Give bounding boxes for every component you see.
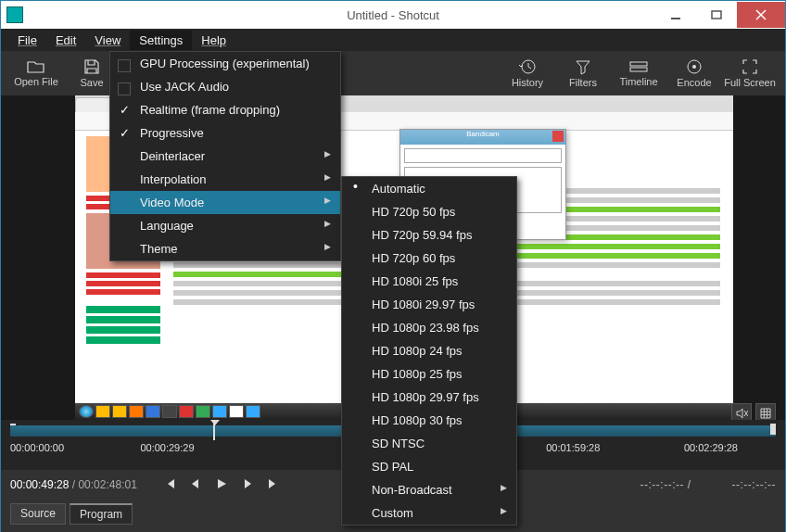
timeline-icon bbox=[629, 59, 648, 74]
menu-vm-item[interactable]: HD 1080p 25 fps bbox=[342, 362, 516, 386]
time-marker: 00:02:29:28 bbox=[684, 442, 738, 453]
filters-button[interactable]: Filters bbox=[557, 58, 609, 88]
encode-icon bbox=[686, 58, 703, 75]
titlebar: Untitled - Shotcut bbox=[1, 1, 785, 29]
tab-source[interactable]: Source bbox=[10, 503, 66, 525]
menu-vm-item[interactable]: HD 1080p 30 fps bbox=[342, 409, 516, 432]
skip-end-button[interactable] bbox=[267, 477, 280, 493]
minimize-button[interactable] bbox=[655, 2, 696, 28]
svg-rect-5 bbox=[630, 62, 647, 66]
play-icon bbox=[215, 477, 228, 490]
fullscreen-button[interactable]: Full Screen bbox=[724, 58, 776, 88]
menu-vm-item[interactable]: HD 720p 59.94 fps bbox=[342, 223, 516, 247]
grid-icon bbox=[759, 407, 772, 420]
menu-file[interactable]: File bbox=[8, 31, 46, 50]
save-icon bbox=[83, 58, 100, 75]
next-frame-button[interactable] bbox=[241, 477, 254, 493]
menu-language[interactable]: Language bbox=[110, 214, 340, 237]
time-display: 00:00:49:28 / 00:02:48:01 bbox=[10, 478, 137, 491]
play-button[interactable] bbox=[215, 477, 228, 493]
svg-rect-1 bbox=[712, 11, 721, 19]
menu-theme[interactable]: Theme bbox=[110, 237, 340, 260]
menu-vm-item[interactable]: HD 1080p 29.97 fps bbox=[342, 386, 516, 409]
step-forward-icon bbox=[241, 477, 254, 490]
maximize-button[interactable] bbox=[696, 2, 737, 28]
skip-end-icon bbox=[267, 477, 280, 490]
app-window: Untitled - Shotcut File Edit View Settin… bbox=[0, 0, 786, 532]
close-button[interactable] bbox=[737, 2, 785, 28]
menu-gpu-processing[interactable]: GPU Processing (experimental) bbox=[110, 52, 340, 75]
menu-vm-item[interactable]: SD PAL bbox=[342, 455, 516, 478]
menu-vm-item[interactable]: HD 720p 50 fps bbox=[342, 200, 516, 223]
menu-help[interactable]: Help bbox=[192, 31, 235, 50]
prev-frame-button[interactable] bbox=[189, 477, 202, 493]
out-point-icon[interactable] bbox=[770, 424, 776, 435]
menu-vm-item[interactable]: SD NTSC bbox=[342, 432, 516, 455]
step-back-icon bbox=[189, 477, 202, 490]
skip-start-button[interactable] bbox=[163, 477, 176, 493]
menu-edit[interactable]: Edit bbox=[46, 31, 85, 50]
time-marker: 00:00:29:29 bbox=[140, 442, 194, 453]
menu-vm-item[interactable]: HD 1080p 23.98 fps bbox=[342, 316, 516, 339]
menu-video-mode[interactable]: Video Mode bbox=[110, 191, 340, 214]
timeline-button[interactable]: Timeline bbox=[613, 59, 665, 87]
svg-rect-6 bbox=[630, 68, 647, 71]
menu-use-jack[interactable]: Use JACK Audio bbox=[110, 75, 340, 98]
svg-point-8 bbox=[692, 65, 696, 69]
filter-icon bbox=[575, 58, 591, 75]
menu-vm-automatic[interactable]: Automatic bbox=[342, 177, 516, 200]
menu-vm-item[interactable]: HD 1080p 24 fps bbox=[342, 339, 516, 362]
settings-dropdown: GPU Processing (experimental) Use JACK A… bbox=[109, 51, 341, 261]
history-icon bbox=[518, 58, 537, 75]
encode-button[interactable]: Encode bbox=[668, 58, 720, 88]
tab-program[interactable]: Program bbox=[70, 503, 133, 525]
folder-open-icon bbox=[27, 59, 45, 74]
menu-vm-item[interactable]: HD 1080i 29.97 fps bbox=[342, 293, 516, 316]
app-icon bbox=[6, 6, 23, 23]
window-title: Untitled - Shotcut bbox=[347, 8, 439, 22]
menu-interpolation[interactable]: Interpolation bbox=[110, 168, 340, 191]
time-marker: 00:00:00:00 bbox=[10, 442, 64, 453]
openfile-button[interactable]: Open File bbox=[10, 59, 62, 87]
menu-vm-item[interactable]: HD 1080i 25 fps bbox=[342, 270, 516, 293]
menu-vm-custom[interactable]: Custom bbox=[342, 501, 516, 525]
menu-deinterlacer[interactable]: Deinterlacer bbox=[110, 145, 340, 168]
speaker-mute-icon bbox=[735, 407, 748, 420]
menu-realtime[interactable]: Realtime (frame dropping) bbox=[110, 98, 340, 121]
skip-start-icon bbox=[163, 477, 176, 490]
menu-progressive[interactable]: Progressive bbox=[110, 121, 340, 145]
menu-view[interactable]: View bbox=[85, 31, 130, 50]
menu-settings[interactable]: Settings bbox=[130, 31, 192, 50]
time-marker: 00:01:59:28 bbox=[546, 442, 600, 453]
menubar: File Edit View Settings Help bbox=[1, 29, 785, 51]
menu-vm-item[interactable]: HD 720p 60 fps bbox=[342, 247, 516, 270]
history-button[interactable]: History bbox=[501, 58, 553, 88]
fullscreen-icon bbox=[742, 58, 758, 75]
video-mode-submenu: Automatic HD 720p 50 fps HD 720p 59.94 f… bbox=[341, 176, 517, 526]
menu-vm-non-broadcast[interactable]: Non-Broadcast bbox=[342, 478, 516, 501]
playhead[interactable] bbox=[213, 422, 222, 440]
